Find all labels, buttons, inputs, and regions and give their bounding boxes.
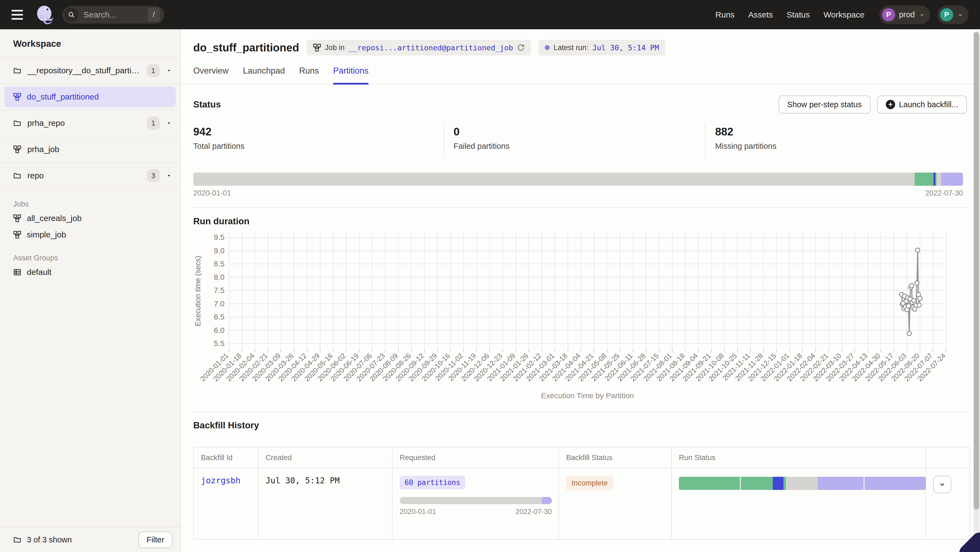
scrollbar-thumb[interactable] — [974, 32, 979, 509]
tab-partitions[interactable]: Partitions — [333, 62, 369, 84]
svg-text:6.5: 6.5 — [214, 312, 224, 321]
sidebar-item-repo[interactable]: repo3 — [0, 163, 180, 189]
job-origin-link[interactable]: __reposi...artitioned@partitioned_job — [348, 43, 513, 52]
column-header-backfill-status: Backfill Status — [559, 447, 672, 468]
table-row: jozrgsbhJul 30, 5:12 PM60 partitions2020… — [194, 468, 970, 539]
user-menu[interactable]: P — [937, 5, 969, 24]
job-icon — [13, 93, 21, 101]
nav-link-workspace[interactable]: Workspace — [823, 10, 864, 19]
run-duration-chart: 2020-01-012020-01-182020-02-042020-02-21… — [193, 227, 967, 401]
sidebar-item-simple_job[interactable]: simple_job — [0, 227, 180, 243]
sidebar-item-do-stuff-partitioned[interactable]: do_stuff_partitioned — [0, 84, 180, 110]
column-header-run-status: Run Status — [672, 447, 926, 468]
job-icon — [13, 214, 21, 222]
svg-text:Execution Time by Partition: Execution Time by Partition — [541, 392, 634, 400]
partition-range-end: 2022-07-30 — [925, 189, 963, 197]
table-body: jozrgsbhJul 30, 5:12 PM60 partitions2020… — [194, 468, 970, 539]
requested-range: 2020-01-012022-07-30 — [400, 508, 552, 516]
svg-text:8.5: 8.5 — [214, 260, 224, 268]
svg-text:5.5: 5.5 — [214, 339, 224, 348]
sidebar-item-label: repo — [27, 171, 141, 180]
repo-list: __repository__do_stuff_partitio...1do_st… — [0, 58, 180, 189]
requested-range-end: 2022-07-30 — [515, 508, 552, 516]
stat-label: Total partitions — [193, 142, 444, 151]
table-header-row: Backfill IdCreatedRequestedBackfill Stat… — [194, 447, 970, 468]
requested-partitions-badge[interactable]: 60 partitions — [400, 476, 465, 489]
nav-link-assets[interactable]: Assets — [748, 10, 773, 19]
job-origin-badge: Job in __reposi...artitioned@partitioned… — [307, 40, 531, 56]
backfill-history-title: Backfill History — [193, 420, 967, 431]
asset-group-icon — [13, 268, 21, 276]
chevron-down-icon — [919, 11, 925, 18]
nav-link-runs[interactable]: Runs — [715, 10, 735, 19]
caret-down-icon — [166, 173, 172, 179]
stat-total-partitions: 942Total partitions — [193, 123, 444, 158]
stat-value: 0 — [453, 125, 705, 138]
requested-range-start: 2020-01-01 — [400, 508, 436, 516]
bar-segment — [818, 477, 864, 490]
page-title: do_stuff_partitioned — [193, 41, 299, 54]
sidebar-item-prha-job[interactable]: prha_job — [0, 136, 180, 163]
launch-backfill-button[interactable]: + Launch backfill... — [877, 95, 967, 114]
bar-segment — [864, 477, 926, 490]
main-content: do_stuff_partitioned Job in __reposi...a… — [181, 29, 980, 552]
bar-segment — [773, 477, 783, 490]
sidebar-item-selected[interactable]: do_stuff_partitioned — [5, 86, 176, 107]
scrollbar-track[interactable] — [974, 31, 980, 550]
stat-label: Missing partitions — [715, 142, 967, 151]
hamburger-menu-icon[interactable] — [11, 7, 27, 23]
folder-icon — [13, 171, 21, 180]
show-per-step-status-button[interactable]: Show per-step status — [778, 95, 870, 114]
caret-down-icon — [166, 68, 172, 74]
search-placeholder: Search... — [83, 10, 148, 19]
stat-missing-partitions: 882Missing partitions — [705, 123, 967, 158]
user-avatar: P — [940, 8, 953, 21]
sidebar-item-all_cereals_job[interactable]: all_cereals_job — [0, 210, 180, 227]
sidebar-item-label: default — [27, 268, 51, 277]
run-status-dot-icon — [545, 45, 550, 50]
filter-button[interactable]: Filter — [138, 531, 172, 548]
sidebar-item-label: do_stuff_partitioned — [27, 92, 167, 102]
deployment-switcher[interactable]: P prod — [879, 5, 930, 24]
backfill-status-badge: Incomplete — [566, 476, 613, 491]
sidebar-footer: 3 of 3 shown Filter — [0, 527, 180, 552]
dagster-logo-icon[interactable] — [35, 5, 55, 25]
workspace-sidebar: Workspace __repository__do_stuff_partiti… — [0, 29, 181, 552]
stat-failed-partitions: 0Failed partitions — [444, 123, 705, 158]
tab-runs[interactable]: Runs — [299, 62, 319, 84]
tab-overview[interactable]: Overview — [193, 62, 229, 84]
tab-bar: OverviewLaunchpadRunsPartitions — [181, 62, 980, 84]
run-duration-section: Run duration 2020-01-012020-01-182020-02… — [193, 207, 967, 401]
row-expand-button[interactable] — [933, 476, 951, 493]
backfill-history-table: Backfill IdCreatedRequestedBackfill Stat… — [193, 447, 970, 540]
svg-text:Execution time (secs): Execution time (secs) — [194, 256, 202, 326]
search-input[interactable]: Search... / — [62, 6, 164, 24]
tab-launchpad[interactable]: Launchpad — [243, 62, 285, 84]
run-status-bar[interactable] — [679, 477, 926, 490]
partition-status-bar[interactable] — [193, 173, 963, 186]
job-origin-prefix: Job in — [325, 43, 345, 52]
sidebar-item--repository-do-stuff-partitio-[interactable]: __repository__do_stuff_partitio...1 — [0, 58, 180, 84]
refresh-icon[interactable] — [517, 43, 525, 52]
run-duration-title: Run duration — [193, 216, 967, 227]
stat-value: 942 — [193, 125, 444, 138]
latest-run-link[interactable]: Jul 30, 5:14 PM — [592, 43, 659, 52]
requested-partitions-bar — [400, 497, 552, 504]
repo-count-badge: 3 — [147, 169, 160, 182]
plus-circle-icon: + — [886, 100, 895, 109]
partition-stats: 942Total partitions0Failed partitions882… — [193, 123, 967, 158]
bar-segment — [542, 497, 552, 504]
stat-value: 882 — [715, 125, 967, 138]
execution-time-chart[interactable]: 2020-01-012020-01-182020-02-042020-02-21… — [193, 227, 966, 401]
bar-segment — [400, 497, 542, 504]
repos-shown-count: 3 of 3 shown — [27, 535, 72, 544]
sidebar-item-default[interactable]: default — [0, 264, 180, 281]
bar-segment — [941, 173, 963, 186]
sidebar-item-prha-repo[interactable]: prha_repo1 — [0, 110, 180, 136]
bar-segment — [915, 173, 934, 186]
backfill-id-link[interactable]: jozrgsbh — [201, 476, 240, 485]
sidebar-sections: Jobsall_cereals_jobsimple_jobAsset Group… — [0, 189, 180, 281]
nav-link-status[interactable]: Status — [786, 10, 810, 19]
svg-text:8.0: 8.0 — [214, 273, 224, 281]
deployment-label: prod — [899, 10, 915, 19]
